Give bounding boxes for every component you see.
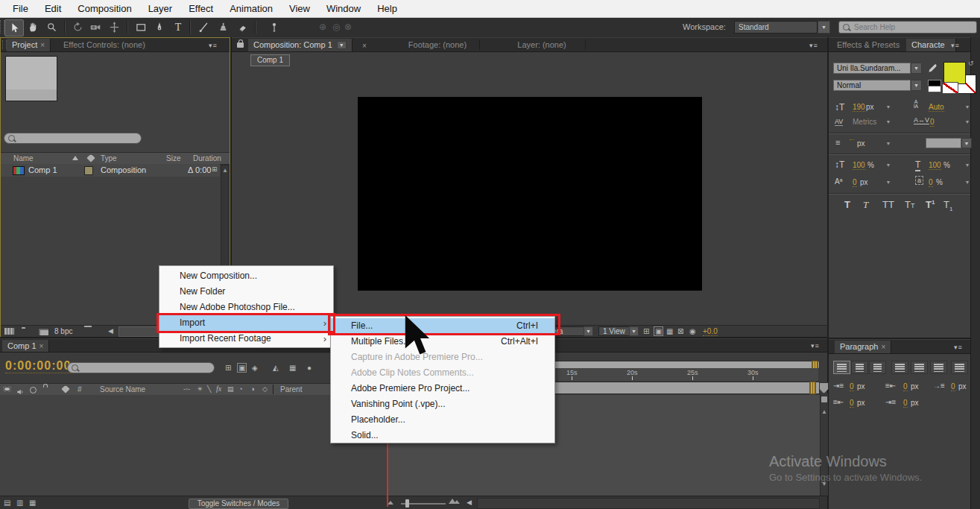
view-layout-dropdown[interactable]: 1 View <box>598 326 630 336</box>
align-left-button[interactable] <box>833 361 850 374</box>
vertical-scale-value[interactable]: 100 <box>853 161 865 170</box>
tracking-arrow[interactable]: ▼ <box>963 118 972 126</box>
tsume-value[interactable]: 0 <box>929 178 933 187</box>
sort-ascending-icon[interactable] <box>72 156 78 160</box>
pan-behind-tool-icon[interactable] <box>105 19 123 35</box>
tab-project-close[interactable]: × <box>40 41 45 49</box>
space-after-value[interactable]: 0 <box>903 399 908 408</box>
vertical-scale-arrow[interactable]: ▼ <box>884 161 893 169</box>
column-parent[interactable]: Parent <box>280 385 302 393</box>
leading-arrow[interactable]: ▼ <box>963 103 972 111</box>
h-scroll-left-icon[interactable]: ◀ <box>467 499 472 506</box>
interpret-footage-icon[interactable] <box>4 328 14 335</box>
project-search-input[interactable] <box>18 133 137 143</box>
selection-tool-icon[interactable] <box>4 19 24 37</box>
rectangle-tool-icon[interactable] <box>132 19 150 35</box>
leading-value[interactable]: Auto <box>929 103 944 112</box>
view-layout-dropdown-arrow[interactable]: ▼ <box>629 326 639 336</box>
stroke-width-value[interactable] <box>850 139 854 140</box>
workspace-dropdown[interactable]: Standard <box>734 21 818 34</box>
fx-switch-icon[interactable]: fx <box>216 385 221 393</box>
flowchart-mini-icon[interactable]: ⊞ <box>212 165 218 173</box>
justify-last-left-button[interactable] <box>891 361 908 374</box>
swap-fill-stroke-icon[interactable]: ↺ <box>968 60 974 67</box>
hand-tool-icon[interactable] <box>24 19 42 35</box>
no-color-swatch[interactable] <box>942 82 958 94</box>
submenu-item-placeholder[interactable]: Placeholder... <box>331 412 554 428</box>
timeline-scroll-up-icon[interactable]: ▲ <box>821 408 828 415</box>
clone-stamp-tool-icon[interactable] <box>214 19 232 35</box>
zoom-out-mountain-icon[interactable] <box>388 501 393 505</box>
submenu-item-solid[interactable]: Solid... <box>331 428 554 443</box>
character-panel-menu-icon[interactable]: ▾≡ <box>951 42 960 49</box>
submenu-item-multiple-files[interactable]: Multiple Files...Ctrl+Alt+I <box>331 334 554 350</box>
expand-layer-switches-icon[interactable]: ▤ <box>4 499 10 507</box>
stroke-style-dropdown-arrow[interactable]: ▼ <box>961 138 972 148</box>
label-column-icon[interactable] <box>86 154 95 162</box>
frame-blending-icon[interactable]: ▦ <box>289 364 296 372</box>
tab-composition-close[interactable]: × <box>362 42 367 50</box>
menu-composition[interactable]: Composition <box>69 0 139 18</box>
tab-character[interactable]: Characte <box>906 39 956 51</box>
menu-item-new-folder[interactable]: New Folder <box>159 284 333 300</box>
timeline-search-input[interactable] <box>81 363 210 373</box>
column-duration[interactable]: Duration <box>193 154 221 162</box>
baseline-shift-value[interactable]: 0 <box>853 178 857 187</box>
bpc-button[interactable]: 8 bpc <box>54 327 72 335</box>
tab-footage[interactable]: Footage: (none) <box>388 39 487 51</box>
font-family-dropdown-arrow[interactable]: ▼ <box>911 63 922 74</box>
stroke-width-arrow[interactable]: ▼ <box>884 139 893 148</box>
menu-item-new-composition[interactable]: New Composition... <box>159 268 333 284</box>
small-caps-button[interactable]: TT <box>905 199 914 210</box>
fill-color-swatch[interactable] <box>943 62 966 84</box>
indent-right-value[interactable]: 0 <box>903 382 908 391</box>
timeline-panel-menu-icon[interactable]: ▾≡ <box>811 342 820 350</box>
menu-file[interactable]: File <box>4 0 37 18</box>
space-before-value[interactable]: 0 <box>850 399 854 408</box>
menu-window[interactable]: Window <box>318 0 369 18</box>
comp-chip[interactable]: Comp 1 <box>250 54 290 66</box>
superscript-button[interactable]: T1 <box>926 199 935 210</box>
panel-collapse-icon[interactable]: ◀ <box>108 327 113 335</box>
transparency-grid-icon[interactable]: ▦ <box>666 327 673 335</box>
composition-panel-menu-icon[interactable]: ▾≡ <box>809 42 818 49</box>
rotation-tool-icon[interactable] <box>69 19 86 35</box>
flowchart-icon[interactable]: ⊠ <box>677 327 683 335</box>
column-number[interactable]: # <box>78 385 82 393</box>
expand-in-out-icon[interactable]: ▦ <box>29 499 36 507</box>
eraser-tool-icon[interactable] <box>233 19 251 35</box>
label-column-icon-timeline[interactable] <box>61 385 69 393</box>
effect-switch-icon[interactable]: ▤ <box>227 385 234 393</box>
tab-timeline-comp1[interactable]: Comp 1× <box>2 340 49 352</box>
menu-item-import-recent-footage[interactable]: Import Recent Footage› <box>159 331 333 347</box>
live-update-icon[interactable]: ▣ <box>237 363 247 373</box>
menu-view[interactable]: View <box>281 0 318 18</box>
video-eye-icon[interactable] <box>3 386 11 392</box>
font-size-value[interactable]: 190 <box>853 103 865 112</box>
tab-project[interactable]: Project× <box>7 39 51 51</box>
mini-flowchart-icon[interactable]: ⊞ <box>225 364 231 372</box>
project-search-box[interactable] <box>4 133 142 144</box>
tab-paragraph-close[interactable]: × <box>881 343 885 351</box>
three-d-switch-icon[interactable]: ◇ <box>262 385 268 393</box>
lock-icon[interactable] <box>237 42 244 48</box>
fast-previews-icon[interactable]: ◉ <box>689 327 696 335</box>
kerning-value[interactable]: Metrics <box>853 118 876 126</box>
column-type[interactable]: Type <box>101 154 117 162</box>
pen-tool-icon[interactable] <box>151 19 168 35</box>
font-style-dropdown-arrow[interactable]: ▼ <box>911 80 922 91</box>
justify-last-center-button[interactable] <box>911 361 928 374</box>
shy-switch-icon[interactable]: -◦- <box>183 385 190 393</box>
tab-effect-controls[interactable]: Effect Controls: (none) <box>58 39 151 51</box>
scroll-up-icon[interactable]: ▲ <box>221 167 229 174</box>
horizontal-scale-arrow[interactable]: ▼ <box>963 161 972 169</box>
menu-animation[interactable]: Animation <box>221 0 281 18</box>
timeline-search-box[interactable] <box>67 362 215 373</box>
font-size-arrow[interactable]: ▼ <box>884 103 893 111</box>
column-size[interactable]: Size <box>166 154 180 162</box>
quality-switch-icon[interactable]: ╲ <box>207 385 211 393</box>
brush-tool-icon[interactable] <box>195 19 212 35</box>
hide-shy-layers-icon[interactable]: ◭ <box>273 364 279 372</box>
font-family-dropdown[interactable]: Uni Ila.Sundaram... <box>833 63 911 74</box>
project-panel-menu-icon[interactable]: ▾≡ <box>209 42 218 49</box>
